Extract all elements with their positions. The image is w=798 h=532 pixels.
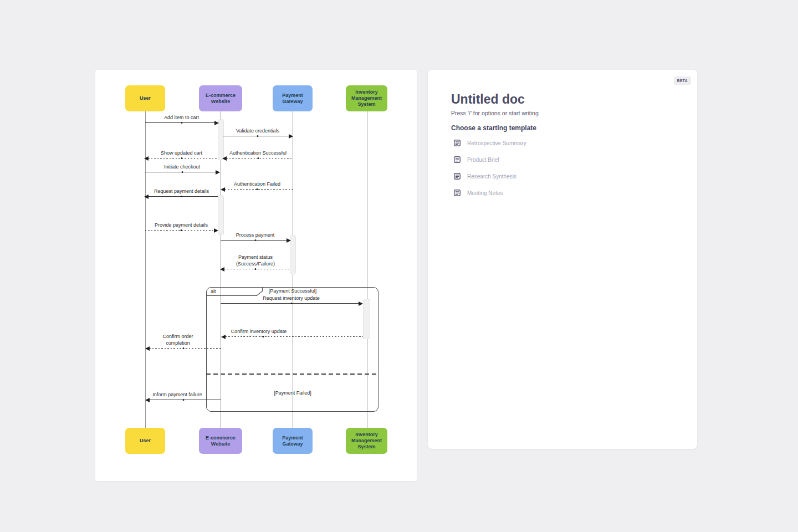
template-label: Meeting Notes: [467, 190, 503, 196]
document-icon: [453, 189, 461, 197]
midpoint-dot: [257, 157, 259, 159]
arrowhead-right-icon: [289, 134, 293, 139]
arrowhead-right-icon: [359, 301, 363, 306]
midpoint-dot: [181, 171, 183, 173]
midpoint-dot: [181, 229, 182, 231]
template-meeting-notes[interactable]: Meeting Notes: [453, 187, 503, 198]
activation-bar-ecommerce-1: [218, 119, 224, 160]
actor-ecommerce-bottom[interactable]: E-commerce Website: [199, 428, 242, 454]
midpoint-dot: [183, 347, 185, 349]
activation-bar-ecommerce-2: [218, 195, 224, 235]
actor-payment-top[interactable]: Payment Gateway: [273, 85, 313, 111]
arrowhead-left-icon: [144, 195, 149, 199]
app-background: alt [Payment Successful] [Payment Failed…: [0, 0, 798, 532]
template-label: Product Brief: [467, 157, 499, 163]
actor-ecommerce-top[interactable]: E-commerce Website: [199, 85, 242, 111]
arrowhead-right-icon: [287, 238, 291, 243]
midpoint-dot: [181, 122, 182, 124]
alt-tab-right-edge: [262, 287, 263, 291]
template-research-synthesis[interactable]: Research Synthesis: [453, 171, 516, 182]
midpoint-dot: [262, 336, 264, 337]
actor-inventory-top[interactable]: Inventory Management System: [346, 85, 387, 111]
midpoint-dot: [254, 239, 256, 241]
arrowhead-right-icon: [216, 170, 220, 175]
templates-heading: Choose a starting template: [451, 124, 536, 132]
midpoint-dot: [257, 135, 259, 137]
midpoint-dot: [290, 303, 292, 304]
document-icon: [453, 172, 461, 180]
actor-inventory-bottom[interactable]: Inventory Management System: [346, 428, 387, 454]
doc-panel[interactable]: BETA Untitled doc Press ‘/’ for options …: [428, 70, 697, 449]
arrowhead-left-icon: [145, 346, 150, 351]
midpoint-dot: [181, 196, 182, 197]
arrowhead-left-icon: [221, 187, 225, 192]
beta-badge: BETA: [674, 76, 691, 85]
midpoint-dot: [257, 188, 258, 190]
midpoint-dot: [181, 157, 182, 159]
actor-payment-bottom[interactable]: Payment Gateway: [273, 428, 313, 454]
template-retrospective-summary[interactable]: Retrospective Summary: [453, 137, 526, 149]
arrowhead-left-icon: [222, 156, 227, 161]
document-icon: [453, 139, 461, 147]
document-icon: [453, 156, 461, 163]
message-line: [222, 336, 363, 337]
doc-title[interactable]: Untitled doc: [451, 92, 525, 107]
arrowhead-left-icon: [145, 398, 150, 402]
guard-payment-successful: [Payment Successful]: [269, 288, 317, 294]
alt-divider: [206, 374, 378, 375]
template-product-brief[interactable]: Product Brief: [453, 154, 499, 165]
arrowhead-right-icon: [214, 121, 219, 125]
alt-operator-label: alt: [211, 289, 216, 294]
actor-user-bottom[interactable]: User: [125, 428, 165, 454]
arrowhead-left-icon: [221, 335, 226, 339]
diagram-canvas[interactable]: alt [Payment Successful] [Payment Failed…: [95, 70, 417, 481]
arrowhead-right-icon: [214, 228, 218, 233]
template-label: Research Synthesis: [467, 173, 516, 180]
guard-payment-failed: [Payment Failed]: [274, 390, 311, 396]
midpoint-dot: [255, 268, 257, 270]
arrowhead-left-icon: [144, 156, 149, 161]
actor-user-top[interactable]: User: [125, 85, 165, 111]
template-label: Retrospective Summary: [467, 140, 526, 146]
editor-placeholder[interactable]: Press ‘/’ for options or start writing: [451, 110, 539, 116]
arrowhead-left-icon: [220, 267, 224, 272]
midpoint-dot: [183, 399, 185, 401]
alt-tab-bottom-edge: [206, 295, 257, 296]
